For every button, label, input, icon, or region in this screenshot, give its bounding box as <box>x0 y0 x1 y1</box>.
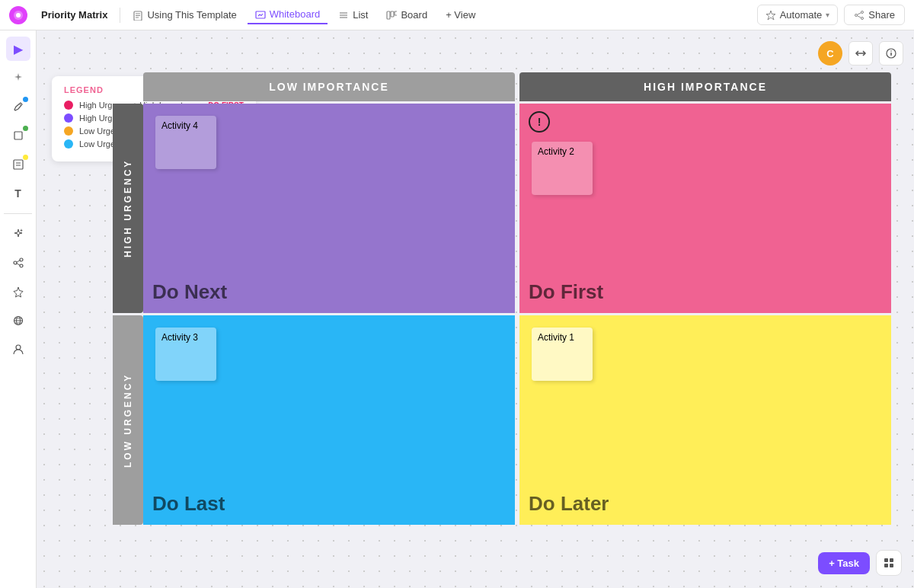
board-icon <box>386 10 397 21</box>
svg-line-26 <box>17 260 20 263</box>
legend-dot-do-later <box>64 126 73 136</box>
fit-view-icon <box>855 47 867 59</box>
tab-add-view[interactable]: + View <box>438 6 483 24</box>
tool-stars[interactable] <box>6 280 30 304</box>
tab-using-template[interactable]: Using This Template <box>125 6 244 24</box>
svg-point-25 <box>20 264 23 267</box>
sticky-activity-3[interactable]: Activity 3 <box>155 328 216 381</box>
svg-rect-39 <box>890 558 893 562</box>
matrix-rows: HIGH URGENCY Activity 4 Do Next ! Activi… <box>113 104 891 525</box>
add-task-button[interactable]: + Task <box>818 552 870 574</box>
col-headers: LOW IMPORTANCE HIGH IMPORTANCE <box>143 72 891 101</box>
user-avatar: C <box>818 41 842 66</box>
quadrant-do-later[interactable]: Activity 1 Do Later <box>519 315 891 525</box>
svg-point-14 <box>855 14 858 16</box>
tool-person[interactable] <box>6 337 30 362</box>
pen-icon <box>12 101 24 113</box>
svg-rect-40 <box>884 564 888 567</box>
quadrant-do-last-label: Do Last <box>152 492 506 516</box>
nodes-icon <box>12 257 24 269</box>
svg-line-18 <box>19 104 21 106</box>
svg-point-37 <box>890 50 892 52</box>
svg-rect-38 <box>884 558 888 562</box>
tool-text[interactable]: T <box>6 181 30 206</box>
svg-rect-19 <box>14 132 22 139</box>
globe-icon <box>12 315 24 327</box>
nav-app-title[interactable]: Priority Matrix <box>34 6 115 24</box>
tab-board[interactable]: Board <box>379 6 435 24</box>
svg-rect-12 <box>395 11 397 15</box>
priority-matrix: LOW IMPORTANCE HIGH IMPORTANCE HIGH URGE… <box>113 72 891 565</box>
quadrant-do-later-label: Do Later <box>529 492 882 516</box>
shape-dot <box>23 126 28 131</box>
note-icon <box>12 158 24 171</box>
svg-rect-41 <box>890 564 893 567</box>
quadrant-do-first[interactable]: ! Activity 2 Do First <box>519 104 891 313</box>
info-button[interactable] <box>879 41 903 66</box>
automate-icon <box>765 10 776 21</box>
grid-view-button[interactable] <box>876 550 902 576</box>
exclaim-icon: ! <box>529 111 550 133</box>
tool-pen[interactable] <box>6 94 30 119</box>
whiteboard-icon <box>255 9 266 20</box>
svg-point-13 <box>861 11 864 13</box>
automate-chevron: ▾ <box>826 11 829 19</box>
fit-view-button[interactable] <box>848 41 873 66</box>
svg-point-23 <box>14 261 17 264</box>
main-layout: ▶ T <box>0 30 914 588</box>
quadrant-do-first-label: Do First <box>529 280 882 304</box>
list-icon <box>338 10 349 21</box>
legend-dot-do-next <box>64 113 73 123</box>
tool-sparkle[interactable] <box>6 222 30 246</box>
canvas-controls: C <box>818 41 903 66</box>
svg-line-16 <box>858 12 861 14</box>
svg-line-27 <box>17 264 20 266</box>
sticky-activity-1[interactable]: Activity 1 <box>532 328 593 381</box>
quadrant-do-next[interactable]: Activity 4 Do Next <box>143 104 515 313</box>
note-dot <box>23 155 28 160</box>
legend-dot-do-first <box>64 101 73 110</box>
col-header-high-importance: HIGH IMPORTANCE <box>519 72 891 101</box>
person-icon <box>12 344 24 356</box>
row-high-urgency: HIGH URGENCY Activity 4 Do Next ! Activi… <box>113 104 891 313</box>
svg-point-15 <box>861 17 864 19</box>
ai-icon <box>12 72 24 84</box>
tool-shape[interactable] <box>6 123 30 148</box>
automate-button[interactable]: Automate ▾ <box>757 5 839 25</box>
top-nav: Priority Matrix Using This Template Whit… <box>0 0 914 30</box>
grid-icon <box>883 557 895 569</box>
info-icon <box>885 47 897 59</box>
sticky-activity-2[interactable]: Activity 2 <box>532 142 593 195</box>
legend-dot-do-last <box>64 139 73 149</box>
svg-rect-11 <box>391 11 394 17</box>
share-icon <box>854 10 864 21</box>
tool-note[interactable] <box>6 152 30 177</box>
bottom-right-controls: + Task <box>818 550 902 576</box>
app-icon <box>9 6 27 24</box>
nav-right: Automate ▾ Share <box>757 5 905 25</box>
canvas[interactable]: C LEGEND High Urgency + <box>37 30 914 588</box>
sticky-activity-4[interactable]: Activity 4 <box>155 116 216 169</box>
svg-rect-20 <box>14 160 23 169</box>
sparkle-icon <box>12 228 24 240</box>
svg-line-17 <box>858 15 861 18</box>
share-button[interactable]: Share <box>844 5 905 25</box>
quadrant-do-last[interactable]: Activity 3 Do Last <box>143 315 515 525</box>
text-icon: T <box>14 187 21 200</box>
row-label-low-urgency: LOW URGENCY <box>113 315 143 525</box>
toolbar-divider <box>4 213 33 214</box>
svg-point-1 <box>16 13 21 18</box>
tool-pointer[interactable]: ▶ <box>6 37 30 61</box>
tab-whiteboard[interactable]: Whiteboard <box>248 5 328 24</box>
shape-icon <box>12 129 24 142</box>
template-icon <box>133 10 143 21</box>
tab-list[interactable]: List <box>331 6 376 24</box>
row-low-urgency: LOW URGENCY Activity 3 Do Last Activity … <box>113 315 891 525</box>
tool-ai[interactable] <box>6 66 30 90</box>
tool-globe[interactable] <box>6 308 30 333</box>
tool-nodes[interactable] <box>6 251 30 275</box>
quadrant-do-next-label: Do Next <box>152 280 506 304</box>
svg-point-24 <box>20 258 23 261</box>
stars-icon <box>12 286 24 298</box>
pen-dot <box>23 97 28 102</box>
